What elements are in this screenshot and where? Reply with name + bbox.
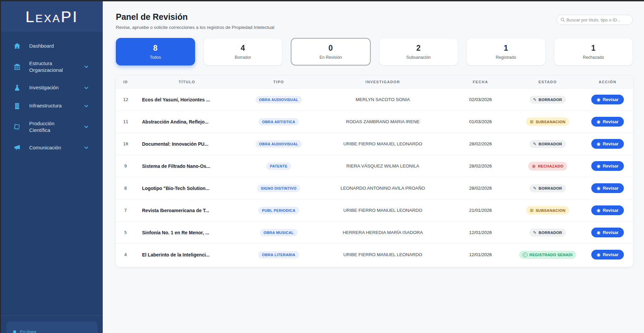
row-title: Ecos del Yasuní, Horizontes ... bbox=[135, 89, 239, 111]
tipo-badge: OBRA LITERARIA bbox=[258, 251, 299, 258]
sidebar-item-estructura-organizacional[interactable]: Estructura Organizacional bbox=[1, 55, 103, 79]
estado-badge: RECHAZADO bbox=[528, 162, 567, 171]
sidebar-item-label: Investigación bbox=[29, 84, 75, 91]
filter-card-rechazado[interactable]: 1 Rechazado bbox=[554, 38, 633, 65]
table-row: 5 Sinfonía No. 1 en Re Menor, ... OBRA M… bbox=[116, 222, 633, 244]
bank-icon bbox=[13, 63, 21, 71]
revisar-button[interactable]: Revisar bbox=[591, 139, 624, 149]
column-header-estado: ESTADO bbox=[514, 76, 581, 89]
revisar-button[interactable]: Revisar bbox=[591, 95, 624, 104]
tipo-badge: OBRA AUDIOVISUAL bbox=[256, 140, 302, 148]
row-investigador: URIBE FIERRO MANUEL LEONARDO bbox=[319, 244, 447, 266]
app-logo: LexaPI bbox=[26, 8, 78, 26]
table-row: 10 Documental: Innovación PU... OBRA AUD… bbox=[116, 133, 633, 155]
flask-icon bbox=[13, 84, 21, 92]
filter-card-registrado[interactable]: 1 Registrado bbox=[466, 38, 546, 65]
column-header-fecha: FECHA bbox=[447, 76, 514, 89]
revisar-label: Revisar bbox=[603, 252, 618, 257]
sidebar-item-comunicacion[interactable]: Comunicación bbox=[1, 139, 103, 157]
row-fecha: 28/02/2026 bbox=[447, 177, 514, 199]
tipo-badge: PUBL PERIODICA bbox=[258, 207, 299, 214]
app-window: LexaPI Dashboard Estructura Organizacion… bbox=[1, 1, 644, 333]
row-id: 12 bbox=[116, 89, 135, 111]
row-title: Documental: Innovación PU... bbox=[135, 133, 239, 155]
revisar-label: Revisar bbox=[603, 97, 618, 102]
revisar-button[interactable]: Revisar bbox=[591, 161, 624, 171]
table-row: 11 Abstracción Andina, Reflejo... OBRA A… bbox=[116, 111, 633, 133]
sidebar-item-label: Infraestructura bbox=[29, 102, 75, 109]
sidebar-item-label: Estructura Organizacional bbox=[29, 60, 75, 74]
sidebar-item-infraestructura[interactable]: Infraestructura bbox=[1, 97, 103, 115]
row-fecha: 28/02/2026 bbox=[447, 133, 514, 155]
row-fecha: 02/03/2026 bbox=[447, 89, 514, 111]
column-header-tipo: TIPO bbox=[239, 76, 319, 89]
filter-label: Subsanación bbox=[406, 55, 430, 60]
revisar-button[interactable]: Revisar bbox=[591, 205, 624, 215]
row-id: 9 bbox=[116, 155, 135, 177]
records-table-container: ID TÍTULO TIPO INVESTIGADOR FECHA ESTADO… bbox=[116, 76, 633, 267]
row-title: El Laberinto de la Inteligenci... bbox=[135, 244, 239, 266]
sidebar: LexaPI Dashboard Estructura Organizacion… bbox=[1, 1, 103, 333]
row-id: 4 bbox=[116, 244, 135, 266]
row-title: Logotipo "Bio-Tech Solution... bbox=[135, 177, 239, 199]
eye-icon bbox=[597, 163, 600, 169]
row-id: 11 bbox=[116, 111, 135, 133]
estado-badge: BORRADOR bbox=[530, 184, 566, 192]
revisar-label: Revisar bbox=[603, 208, 618, 213]
search-box[interactable] bbox=[556, 15, 633, 25]
sidebar-item-dashboard[interactable]: Dashboard bbox=[1, 37, 103, 55]
estado-badge: SUBSANACION bbox=[526, 206, 569, 215]
revisar-button[interactable]: Revisar bbox=[591, 117, 624, 127]
table-header-row: ID TÍTULO TIPO INVESTIGADOR FECHA ESTADO… bbox=[116, 76, 633, 89]
estado-badge: BORRADOR bbox=[530, 96, 566, 104]
table-row: 4 El Laberinto de la Inteligenci... OBRA… bbox=[116, 244, 633, 266]
online-status-label: En línea bbox=[20, 329, 36, 333]
table-row: 12 Ecos del Yasuní, Horizontes ... OBRA … bbox=[116, 89, 633, 111]
row-fecha: 12/01/2026 bbox=[447, 244, 514, 266]
filter-count: 8 bbox=[153, 44, 157, 53]
filter-label: Todos bbox=[150, 55, 161, 60]
sidebar-item-produccion-cientifica[interactable]: Producción Científica bbox=[1, 115, 103, 139]
tipo-badge: PATENTE bbox=[266, 162, 291, 170]
row-title: Revista Iberoamericana de T... bbox=[135, 199, 239, 222]
row-id: 10 bbox=[116, 133, 135, 155]
filter-label: Rechazado bbox=[583, 55, 604, 60]
column-header-accion: ACCIÓN bbox=[581, 76, 633, 89]
tipo-badge: OBRA AUDIOVISUAL bbox=[256, 96, 302, 103]
row-id: 7 bbox=[116, 199, 135, 222]
revisar-button[interactable]: Revisar bbox=[591, 183, 624, 193]
main-content: Panel de Revisión Revise, apruebe o soli… bbox=[103, 1, 644, 333]
filter-count: 0 bbox=[328, 44, 333, 53]
revisar-button[interactable]: Revisar bbox=[591, 250, 624, 259]
online-status-chip: En línea bbox=[6, 322, 97, 333]
filter-cards: 8 Todos 4 Borrador 0 En Revisión 2 Subsa… bbox=[116, 38, 633, 65]
estado-badge: REGISTRADO SENADI bbox=[519, 251, 576, 259]
online-dot-icon bbox=[13, 330, 16, 333]
revisar-button[interactable]: Revisar bbox=[591, 228, 624, 237]
filter-label: Borrador bbox=[235, 55, 251, 60]
sidebar-item-investigacion[interactable]: Investigación bbox=[1, 79, 103, 97]
filter-card-todos[interactable]: 8 Todos bbox=[116, 38, 195, 65]
row-id: 8 bbox=[116, 177, 135, 199]
sidebar-item-label: Dashboard bbox=[29, 43, 81, 49]
row-investigador: MERLYN SACOTO SONIA bbox=[319, 89, 447, 111]
filter-card-subsanacion[interactable]: 2 Subsanación bbox=[379, 38, 458, 65]
page-title: Panel de Revisión bbox=[116, 12, 274, 22]
tipo-badge: SIGNO DISTINTIVO bbox=[257, 185, 301, 192]
tipo-badge: OBRA MUSICAL bbox=[260, 229, 297, 236]
estado-badge: SUBSANACION bbox=[526, 117, 569, 126]
eye-icon bbox=[597, 119, 600, 124]
table-row: 7 Revista Iberoamericana de T... PUBL PE… bbox=[116, 199, 633, 222]
row-fecha: 21/01/2026 bbox=[447, 199, 514, 222]
search-input[interactable] bbox=[566, 17, 629, 22]
sidebar-item-label: Comunicación bbox=[29, 144, 75, 151]
row-investigador: RIERA VÁSQUEZ WILMA LEONILA bbox=[319, 155, 447, 177]
row-fecha: 28/02/2026 bbox=[447, 155, 514, 177]
estado-badge: BORRADOR bbox=[530, 229, 566, 237]
column-header-titulo: TÍTULO bbox=[135, 76, 239, 89]
row-investigador: RODAS ZAMBRANO MARIA IRENE bbox=[319, 111, 447, 133]
filter-card-en-revision[interactable]: 0 En Revisión bbox=[291, 38, 371, 65]
filter-card-borrador[interactable]: 4 Borrador bbox=[203, 38, 283, 65]
chevron-down-icon bbox=[83, 145, 89, 151]
page-header: Panel de Revisión Revise, apruebe o soli… bbox=[116, 10, 274, 30]
